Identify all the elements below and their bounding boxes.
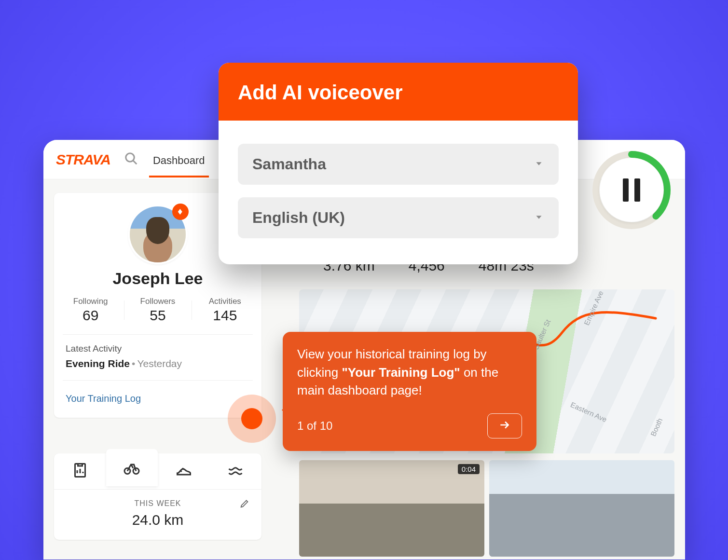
svg-line-1 (133, 160, 137, 164)
swim-icon (227, 462, 244, 481)
pause-button[interactable] (600, 158, 663, 222)
tab-dashboard[interactable]: Dashboard (152, 142, 206, 178)
stat-value: 69 (57, 307, 124, 324)
sport-tab-stats[interactable] (54, 453, 106, 489)
language-select[interactable]: English (UK) (238, 197, 559, 238)
tour-footer: 1 of 10 (297, 413, 522, 438)
training-log-link[interactable]: Your Training Log (66, 393, 141, 404)
media-thumbs: 0:04 (299, 460, 674, 557)
stat-label: Followers (124, 297, 191, 306)
pause-icon (623, 178, 640, 202)
sport-tab-bike[interactable] (106, 451, 158, 486)
voiceover-body: Samantha English (UK) (219, 121, 578, 264)
strava-logo[interactable]: STRAVA (56, 151, 110, 168)
clipboard-icon (71, 462, 89, 481)
language-select-value: English (UK) (252, 209, 345, 227)
media-thumb-photo[interactable] (489, 460, 674, 557)
stat-following[interactable]: Following 69 (57, 297, 124, 324)
stat-value: 55 (124, 307, 191, 324)
shoe-icon (175, 462, 192, 481)
profile-stats: Following 69 Followers 55 Activities 145 (54, 297, 261, 334)
beacon-dot-icon (241, 408, 262, 429)
progress-ring (591, 150, 672, 231)
edit-icon[interactable] (239, 498, 250, 511)
latest-activity-label: Latest Activity (66, 343, 250, 354)
svg-point-0 (126, 153, 135, 162)
video-duration: 0:04 (458, 464, 480, 474)
profile-name[interactable]: Joseph Lee (54, 269, 261, 288)
stat-label: Following (57, 297, 124, 306)
voice-select-value: Samantha (252, 155, 326, 173)
sport-tab-run[interactable] (158, 453, 210, 489)
stat-label: Activities (192, 297, 259, 306)
avatar-badge-icon (172, 204, 189, 220)
sport-tab-swim[interactable] (210, 453, 262, 489)
voice-select[interactable]: Samantha (238, 144, 559, 185)
media-thumb-video[interactable]: 0:04 (299, 460, 484, 557)
nav-tabs: Dashboard (152, 142, 206, 178)
tour-bubble: View your historical training log by cli… (283, 332, 536, 451)
latest-activity: Latest Activity Evening Ride•Yesterday (54, 335, 261, 372)
latest-activity-line[interactable]: Evening Ride•Yesterday (66, 358, 250, 369)
chevron-down-icon (534, 212, 544, 224)
this-week-heading: THIS WEEK (54, 490, 261, 511)
tour-next-button[interactable] (487, 413, 522, 438)
stat-activities[interactable]: Activities 145 (192, 297, 259, 324)
stat-followers[interactable]: Followers 55 (124, 297, 191, 324)
sport-tabs (54, 453, 261, 490)
latest-activity-title: Evening Ride (66, 358, 130, 369)
avatar-wrap (130, 206, 186, 262)
tour-text: View your historical training log by cli… (297, 345, 522, 400)
chevron-down-icon (534, 158, 544, 171)
training-log-row: Your Training Log (54, 381, 261, 409)
voiceover-modal: Add AI voiceover Samantha English (UK) (219, 63, 578, 264)
weekly-card: THIS WEEK 24.0 km (54, 453, 261, 540)
latest-activity-when: Yesterday (137, 358, 182, 369)
search-icon[interactable] (124, 151, 138, 168)
stat-value: 145 (192, 307, 259, 324)
tour-beacon[interactable] (228, 395, 276, 443)
week-distance: 24.0 km (54, 511, 261, 540)
tour-step-count: 1 of 10 (297, 419, 332, 433)
voiceover-title: Add AI voiceover (219, 63, 578, 121)
bike-icon (123, 459, 140, 478)
arrow-right-icon (498, 419, 511, 433)
